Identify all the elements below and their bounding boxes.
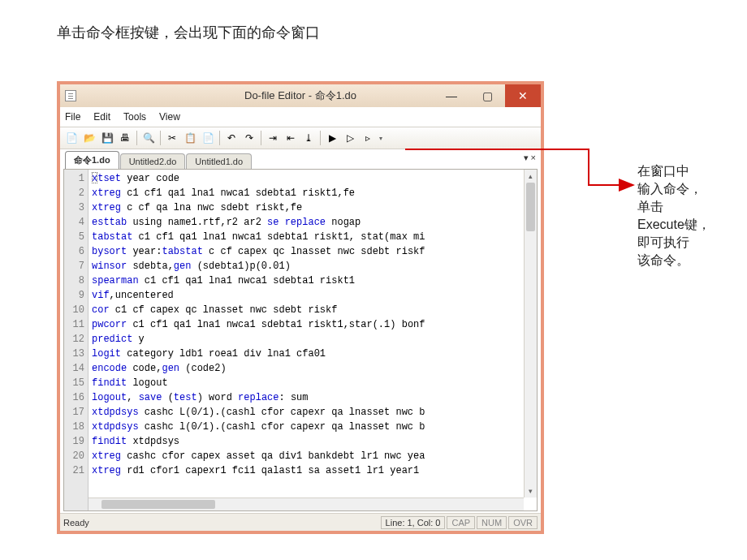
code-line[interactable]: winsor sdebta,gen (sdebta1)p(0.01) (92, 259, 537, 274)
toolbar-separator (320, 131, 321, 145)
code-line[interactable]: bysort year:tabstat c cf capex qc lnasse… (92, 244, 537, 259)
line-number: 9 (64, 288, 84, 303)
toolbar-dropdown-icon[interactable]: ▾ (378, 135, 384, 142)
code-token: sdebta, (127, 261, 174, 272)
tab-close-icon[interactable]: × (531, 153, 536, 163)
code-line[interactable]: logout, save (test) word replace: sum (92, 390, 537, 405)
code-line[interactable]: cor c1 cf capex qc lnasset nwc sdebt ris… (92, 303, 537, 317)
code-token: cashc cfor capex asset qa div1 bankdebt … (121, 450, 425, 462)
menu-view[interactable]: View (159, 111, 180, 123)
code-line[interactable]: xtreg rd1 cfor1 capexr1 fci1 qalast1 sa … (92, 463, 537, 478)
indent-left-icon[interactable]: ⇤ (283, 130, 299, 146)
scroll-thumb-v[interactable] (526, 183, 535, 231)
code-line[interactable]: predict y (92, 332, 537, 347)
code-line[interactable]: encode code,gen (code2) (92, 361, 537, 376)
code-token: nogap (326, 217, 361, 228)
code-line[interactable]: vif,uncentered (92, 288, 537, 303)
code-token: : sum (279, 392, 309, 403)
line-number: 4 (64, 215, 84, 230)
code-token: tabstat (162, 246, 202, 257)
code-token: findit (92, 436, 127, 447)
code-line[interactable]: xtdpdsys cashc l(0/1).(cashl cfor capexr… (92, 420, 537, 434)
code-line[interactable]: findit logout (92, 376, 537, 390)
indent-right-icon[interactable]: ⇥ (265, 130, 281, 146)
code-token: xtreg (92, 202, 121, 213)
code-line[interactable]: logit category ldb1 roea1 div lna1 cfa01 (92, 347, 537, 361)
horizontal-scrollbar[interactable] (89, 498, 524, 510)
code-line[interactable]: xtreg cashc cfor capex asset qa div1 ban… (92, 449, 537, 463)
code-line[interactable]: findit xtdpdsys (92, 434, 537, 449)
find-icon[interactable]: 🔍 (140, 130, 157, 146)
code-line[interactable]: xtset year code (92, 171, 537, 186)
toolbar-separator (160, 131, 161, 145)
code-token: c1 cf1 qa1 lna1 nwca1 sdebta1 riskt1 (139, 275, 355, 286)
menu-file[interactable]: File (65, 111, 80, 123)
status-position: Line: 1, Col: 0 (381, 516, 446, 529)
tab-untitled1[interactable]: Untitled1.do (186, 153, 252, 169)
code-token: findit (92, 377, 127, 389)
execute-selection-icon[interactable]: ▷ (342, 130, 358, 146)
code-text-area[interactable]: xtset year codextreg c1 cf1 qa1 lna1 nwc… (89, 170, 537, 510)
code-token: c cf capex qc lnasset nwc sdebt riskf (203, 246, 425, 257)
minimize-button[interactable]: — (434, 84, 469, 107)
scroll-thumb-h[interactable] (101, 500, 215, 509)
redo-icon[interactable]: ↷ (241, 130, 257, 146)
code-token: c1 cf1 qa1 lna1 nwca1 sdebta1 riskt1,fe (121, 187, 355, 199)
bookmark-icon[interactable]: ⤓ (300, 130, 317, 146)
titlebar[interactable]: Do-file Editor - 命令1.do — ▢ ✕ (60, 84, 541, 107)
line-number: 20 (64, 449, 84, 463)
code-line[interactable]: spearman c1 cf1 qa1 lna1 nwca1 sdebta1 r… (92, 274, 537, 288)
open-icon[interactable]: 📂 (81, 130, 97, 146)
statusbar: Ready Line: 1, Col: 0 CAP NUM OVR (60, 513, 541, 531)
code-token: xtdpdsys (92, 421, 139, 433)
code-token: rd1 cfor1 capexr1 fci1 qalast1 sa asset1… (121, 465, 419, 476)
line-number: 13 (64, 347, 84, 361)
scroll-down-icon[interactable]: ▾ (525, 485, 537, 498)
code-token: ,uncentered (110, 290, 174, 301)
code-line[interactable]: esttab using name1.rtf,r2 ar2 se replace… (92, 215, 537, 230)
line-number: 11 (64, 317, 84, 332)
execute-quiet-icon[interactable]: ▹ (360, 130, 376, 146)
code-token: pwcorr (92, 319, 127, 330)
code-token: gen (162, 363, 179, 374)
code-token: code, (127, 363, 162, 374)
code-token: winsor (92, 261, 127, 272)
toolbar-separator (261, 131, 261, 145)
line-number: 16 (64, 390, 84, 405)
save-icon[interactable]: 💾 (99, 130, 115, 146)
line-number: 7 (64, 259, 84, 274)
menu-tools[interactable]: Tools (123, 111, 146, 123)
page-caption: 单击命令框按键，会出现下面的命令窗口 (57, 23, 320, 42)
vertical-scrollbar[interactable]: ▴ ▾ (524, 170, 537, 498)
copy-icon[interactable]: 📋 (182, 130, 198, 146)
undo-icon[interactable]: ↶ (223, 130, 240, 146)
tab-active[interactable]: 命令1.do (65, 151, 119, 169)
line-number: 15 (64, 376, 84, 390)
annotation-line: 该命令。 (637, 252, 735, 269)
execute-icon[interactable]: ▶ (324, 130, 340, 146)
code-line[interactable]: xtreg c cf qa lna nwc sdebt riskt,fe (92, 200, 537, 215)
annotation-line: 单击 (637, 198, 735, 216)
maximize-button[interactable]: ▢ (469, 84, 505, 107)
tab-untitled2[interactable]: Untitled2.do (120, 153, 186, 169)
code-line[interactable]: tabstat c1 cf1 qa1 lna1 nwca1 sdebta1 ri… (92, 230, 537, 244)
cut-icon[interactable]: ✂ (164, 130, 180, 146)
editor-area: 123456789101112131415161718192021 xtset … (63, 169, 538, 511)
line-number: 17 (64, 405, 84, 420)
scroll-up-icon[interactable]: ▴ (525, 170, 537, 183)
new-icon[interactable]: 📄 (63, 130, 80, 146)
tab-dropdown-icon[interactable]: ▾ (524, 153, 529, 163)
close-button[interactable]: ✕ (505, 84, 541, 107)
status-cap: CAP (447, 516, 475, 529)
paste-icon[interactable]: 📄 (200, 130, 216, 146)
line-number: 19 (64, 434, 84, 449)
code-line[interactable]: xtreg c1 cf1 qa1 lna1 nwca1 sdebta1 risk… (92, 186, 537, 200)
code-token: category ldb1 roea1 div lna1 cfa01 (121, 348, 326, 360)
menu-edit[interactable]: Edit (93, 111, 110, 123)
line-number: 1 (64, 171, 84, 186)
code-line[interactable]: pwcorr c1 cf1 qa1 lna1 nwca1 sdebta1 ris… (92, 317, 537, 332)
code-token: logit (92, 348, 121, 360)
print-icon[interactable]: 🖶 (117, 130, 133, 146)
code-token: c1 cf1 qa1 lna1 nwca1 sdebta1 riskt1,sta… (127, 319, 425, 330)
code-line[interactable]: xtdpdsys cashc L(0/1).(cashl cfor capexr… (92, 405, 537, 420)
